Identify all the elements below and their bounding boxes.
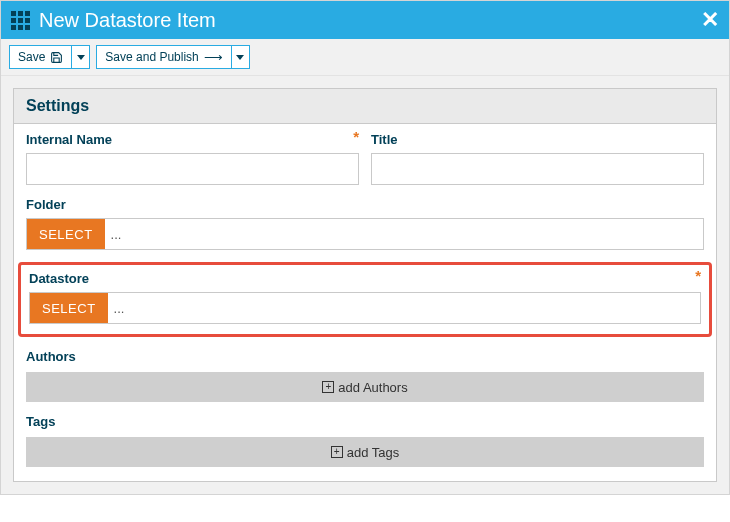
- save-button-group: Save: [9, 45, 90, 69]
- label-datastore: Datastore *: [29, 271, 701, 286]
- save-publish-button[interactable]: Save and Publish ⟶: [96, 45, 231, 69]
- field-title: Title: [371, 132, 704, 185]
- caret-down-icon: [236, 55, 244, 60]
- dialog-window: New Datastore Item ✕ Save Save and: [0, 0, 730, 495]
- dialog-title: New Datastore Item: [39, 9, 701, 32]
- label-folder: Folder: [26, 197, 704, 212]
- label-text: Title: [371, 132, 398, 147]
- titlebar: New Datastore Item ✕: [1, 1, 729, 39]
- required-asterisk-icon: *: [353, 132, 359, 142]
- field-authors: Authors + add Authors: [26, 349, 704, 402]
- internal-name-input[interactable]: [26, 153, 359, 185]
- add-authors-button[interactable]: + add Authors: [26, 372, 704, 402]
- datastore-highlight: Datastore * SELECT ...: [18, 262, 712, 337]
- label-tags: Tags: [26, 414, 704, 429]
- datastore-select-row: SELECT ...: [29, 292, 701, 324]
- save-publish-button-group: Save and Publish ⟶: [96, 45, 249, 69]
- arrow-right-icon: ⟶: [204, 50, 223, 65]
- plus-box-icon: +: [322, 381, 334, 393]
- save-publish-dropdown-caret[interactable]: [232, 45, 250, 69]
- save-publish-label: Save and Publish: [105, 50, 198, 64]
- datastore-select-button[interactable]: SELECT: [30, 293, 108, 323]
- add-tags-button[interactable]: + add Tags: [26, 437, 704, 467]
- label-title: Title: [371, 132, 704, 147]
- panel-title: Settings: [14, 89, 716, 124]
- folder-select-row: SELECT ...: [26, 218, 704, 250]
- toolbar: Save Save and Publish ⟶: [1, 39, 729, 76]
- save-button-label: Save: [18, 50, 45, 64]
- label-text: Datastore: [29, 271, 89, 286]
- floppy-disk-icon: [50, 51, 63, 64]
- settings-panel: Settings Internal Name * Title: [13, 88, 717, 482]
- field-tags: Tags + add Tags: [26, 414, 704, 467]
- title-input[interactable]: [371, 153, 704, 185]
- label-text: Authors: [26, 349, 76, 364]
- folder-select-button[interactable]: SELECT: [27, 219, 105, 249]
- content-area: Settings Internal Name * Title: [1, 76, 729, 494]
- panel-body: Internal Name * Title Folder: [14, 124, 716, 481]
- required-asterisk-icon: *: [695, 271, 701, 281]
- label-authors: Authors: [26, 349, 704, 364]
- apps-grid-icon[interactable]: [11, 11, 29, 29]
- caret-down-icon: [77, 55, 85, 60]
- field-internal-name: Internal Name *: [26, 132, 359, 185]
- close-icon[interactable]: ✕: [701, 7, 719, 33]
- folder-value: ...: [105, 219, 703, 249]
- label-text: Folder: [26, 197, 66, 212]
- save-button[interactable]: Save: [9, 45, 72, 69]
- add-tags-label: add Tags: [347, 445, 400, 460]
- row-name-title: Internal Name * Title: [26, 132, 704, 185]
- field-folder: Folder SELECT ...: [26, 197, 704, 250]
- datastore-value: ...: [108, 293, 700, 323]
- label-internal-name: Internal Name *: [26, 132, 359, 147]
- plus-box-icon: +: [331, 446, 343, 458]
- label-text: Internal Name: [26, 132, 112, 147]
- add-authors-label: add Authors: [338, 380, 407, 395]
- label-text: Tags: [26, 414, 55, 429]
- save-dropdown-caret[interactable]: [72, 45, 90, 69]
